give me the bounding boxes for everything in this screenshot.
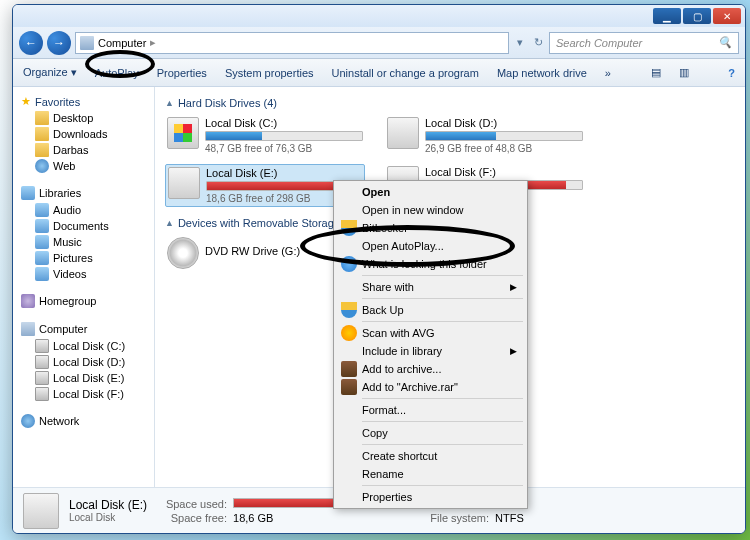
drive-icon [35, 371, 49, 385]
info-icon [341, 256, 357, 272]
drive-c[interactable]: Local Disk (C:) 48,7 GB free of 76,3 GB [165, 115, 365, 156]
separator [362, 485, 523, 486]
sidebar-item-darbas[interactable]: Darbas [13, 142, 154, 158]
titlebar: ▁ ▢ ✕ [13, 5, 745, 27]
ctx-properties[interactable]: Properties [336, 488, 525, 506]
shield-icon [341, 220, 357, 236]
view-button[interactable]: ▤ [651, 66, 661, 79]
drive-icon [167, 117, 199, 149]
pane-button[interactable]: ▥ [679, 66, 689, 79]
drive-icon [23, 493, 59, 529]
ctx-add-rar[interactable]: Add to "Archive.rar" [336, 378, 525, 396]
sidebar-item-drive-f[interactable]: Local Disk (F:) [13, 386, 154, 402]
music-icon [35, 235, 49, 249]
sidebar-item-audio[interactable]: Audio [13, 202, 154, 218]
system-properties-button[interactable]: System properties [225, 67, 314, 79]
hdd-section-header[interactable]: ▲Hard Disk Drives (4) [165, 97, 735, 109]
sidebar-item-downloads[interactable]: Downloads [13, 126, 154, 142]
sidebar-item-documents[interactable]: Documents [13, 218, 154, 234]
sidebar-item-videos[interactable]: Videos [13, 266, 154, 282]
ctx-add-archive[interactable]: Add to archive... [336, 360, 525, 378]
separator [362, 275, 523, 276]
computer-header[interactable]: Computer [13, 320, 154, 338]
sidebar-item-pictures[interactable]: Pictures [13, 250, 154, 266]
space-free-value: 18,6 GB [233, 512, 393, 524]
filesystem-value: NTFS [495, 512, 595, 524]
search-icon: 🔍 [718, 36, 732, 49]
properties-button[interactable]: Properties [157, 67, 207, 79]
drive-icon [35, 387, 49, 401]
collapse-icon: ▲ [165, 218, 174, 228]
help-button[interactable]: ? [728, 67, 735, 79]
sidebar-item-web[interactable]: Web [13, 158, 154, 174]
usage-bar [206, 132, 262, 140]
submenu-arrow-icon: ▶ [510, 346, 517, 356]
computer-icon [21, 322, 35, 336]
sidebar-item-homegroup[interactable]: Homegroup [13, 292, 154, 310]
ctx-bitlocker[interactable]: BitLocker [336, 219, 525, 237]
breadcrumb[interactable]: Computer [98, 37, 146, 49]
homegroup-icon [21, 294, 35, 308]
explorer-window: ▁ ▢ ✕ ← → Computer ▸ ▾ ↻ Search Computer… [12, 4, 746, 534]
drive-icon [387, 117, 419, 149]
space-free-label: Space free: [157, 512, 227, 524]
more-button[interactable]: » [605, 67, 611, 79]
star-icon: ★ [21, 95, 31, 108]
chevron-right-icon: ▸ [150, 36, 156, 49]
close-button[interactable]: ✕ [713, 8, 741, 24]
back-button[interactable]: ← [19, 31, 43, 55]
drive-free: 48,7 GB free of 76,3 GB [205, 143, 363, 154]
audio-icon [35, 203, 49, 217]
sidebar-item-drive-e[interactable]: Local Disk (E:) [13, 370, 154, 386]
ctx-scan-avg[interactable]: Scan with AVG [336, 324, 525, 342]
sidebar-item-drive-c[interactable]: Local Disk (C:) [13, 338, 154, 354]
dropdown-icon[interactable]: ▾ [513, 36, 527, 50]
collapse-icon: ▲ [165, 98, 174, 108]
ctx-share-with[interactable]: Share with▶ [336, 278, 525, 296]
submenu-arrow-icon: ▶ [510, 282, 517, 292]
ctx-open-new-window[interactable]: Open in new window [336, 201, 525, 219]
drive-label: Local Disk (C:) [205, 117, 363, 129]
sidebar-item-drive-d[interactable]: Local Disk (D:) [13, 354, 154, 370]
refresh-icon[interactable]: ↻ [531, 36, 545, 50]
search-input[interactable]: Search Computer 🔍 [549, 32, 739, 54]
ctx-include-library[interactable]: Include in library▶ [336, 342, 525, 360]
uninstall-button[interactable]: Uninstall or change a program [332, 67, 479, 79]
sidebar-item-network[interactable]: Network [13, 412, 154, 430]
downloads-icon [35, 127, 49, 141]
archive-icon [341, 379, 357, 395]
ctx-open-autoplay[interactable]: Open AutoPlay... [336, 237, 525, 255]
libraries-header[interactable]: Libraries [13, 184, 154, 202]
separator [362, 321, 523, 322]
drive-icon [35, 355, 49, 369]
separator [362, 398, 523, 399]
ctx-create-shortcut[interactable]: Create shortcut [336, 447, 525, 465]
ctx-open[interactable]: Open [336, 183, 525, 201]
favorites-header[interactable]: ★Favorites [13, 93, 154, 110]
navbar: ← → Computer ▸ ▾ ↻ Search Computer 🔍 [13, 27, 745, 59]
ctx-whats-blocking[interactable]: What is locking this folder [336, 255, 525, 273]
sidebar-item-desktop[interactable]: Desktop [13, 110, 154, 126]
address-bar[interactable]: Computer ▸ [75, 32, 509, 54]
separator [362, 444, 523, 445]
maximize-button[interactable]: ▢ [683, 8, 711, 24]
status-title: Local Disk (E:) [69, 498, 147, 512]
ctx-format[interactable]: Format... [336, 401, 525, 419]
organize-button[interactable]: Organize ▾ [23, 66, 77, 79]
shield-icon [341, 302, 357, 318]
sidebar-item-music[interactable]: Music [13, 234, 154, 250]
map-drive-button[interactable]: Map network drive [497, 67, 587, 79]
toolbar: Organize ▾ AutoPlay Properties System pr… [13, 59, 745, 87]
ctx-rename[interactable]: Rename [336, 465, 525, 483]
drive-label: Local Disk (E:) [206, 167, 362, 179]
ctx-backup[interactable]: Back Up [336, 301, 525, 319]
autoplay-button[interactable]: AutoPlay [95, 67, 139, 79]
web-icon [35, 159, 49, 173]
drive-d[interactable]: Local Disk (D:) 26,9 GB free of 48,8 GB [385, 115, 585, 156]
drive-icon [168, 167, 200, 199]
forward-button[interactable]: → [47, 31, 71, 55]
ctx-copy[interactable]: Copy [336, 424, 525, 442]
desktop-icon [35, 111, 49, 125]
avg-icon [341, 325, 357, 341]
minimize-button[interactable]: ▁ [653, 8, 681, 24]
